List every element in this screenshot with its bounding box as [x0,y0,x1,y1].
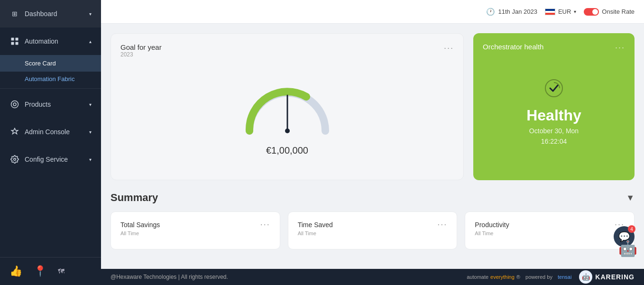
tensai-brand: automate everything ® powered by tensai [467,274,571,280]
health-card-header: Orchestrator health ··· [483,43,625,53]
sidebar-item-label: Dashboard [25,10,57,18]
products-icon [9,99,20,110]
automate-text: automate [467,274,488,280]
dashboard-icon: ⊞ [9,9,20,19]
filter-icon[interactable]: ▼ [626,193,635,203]
summary-cards: Total Savings ··· All Time Time Saved ··… [110,211,635,249]
goal-value: €1,00,000 [266,145,308,156]
time-saved-title: Time Saved [298,221,333,229]
svg-rect-3 [16,42,18,45]
gauge-chart [240,79,335,140]
productivity-title: Productivity [475,221,509,229]
svg-point-4 [11,101,18,108]
total-savings-header: Total Savings ··· [120,220,270,230]
health-card-title: Orchestrator health [483,43,543,51]
sidebar: ⊞ Dashboard ▾ Automation ▴ Score Card Au… [0,0,101,285]
chevron-down-icon: ▾ [89,102,92,107]
onsite-rate-label: Onsite Rate [602,8,635,15]
currency-selector[interactable]: EUR ▾ [545,8,576,15]
health-icon [544,79,563,102]
tensai-text: tensai [558,274,571,280]
sidebar-item-config-service[interactable]: Config Service ▾ [0,146,101,173]
time-saved-sub: All Time [298,230,448,236]
summary-header: Summary ▼ [110,192,635,204]
onsite-rate-toggle[interactable]: Onsite Rate [584,8,635,16]
clock-icon: 🕐 [486,8,495,16]
copyright-text: @Hexaware Technologies | All rights rese… [110,274,228,280]
health-card: Orchestrator health ··· Healthy October … [473,33,635,180]
sidebar-item-label: Automation [25,37,58,45]
karering-brand: 🤖 KARERING [579,270,635,284]
everything-text: everything [490,274,515,280]
time-saved-menu[interactable]: ··· [437,220,447,230]
footer-right: automate everything ® powered by tensai … [467,270,635,284]
productivity-header: Productivity ··· [475,220,625,230]
location-icon[interactable]: 📍 [34,265,46,277]
chevron-down-icon: ▾ [574,9,576,14]
powered-by-text: powered by [525,274,552,280]
topbar: 🕐 11th Jan 2023 EUR ▾ Onsite Rate [101,0,644,24]
karering-logo-icon: 🤖 [579,270,592,284]
content-area: Goal for year 2023 ··· €1, [101,24,644,269]
health-card-menu[interactable]: ··· [615,43,625,53]
total-savings-card: Total Savings ··· All Time [110,211,280,249]
sidebar-sub-automation-fabric[interactable]: Automation Fabric [0,72,101,86]
total-savings-sub: All Time [120,230,270,236]
score-card-label: Score Card [25,60,56,67]
date-text: 11th Jan 2023 [498,8,537,15]
goal-card-menu[interactable]: ··· [444,43,454,53]
sidebar-item-admin-console[interactable]: Admin Console ▾ [0,118,101,146]
automation-fabric-label: Automation Fabric [25,75,75,83]
thumbs-up-icon[interactable]: 👍 [9,265,22,277]
location-alt-icon[interactable]: 🗺 [58,267,64,275]
sidebar-item-label: Config Service [25,156,68,163]
health-date: October 30, Mon [529,127,579,135]
footer: @Hexaware Technologies | All rights rese… [101,269,644,285]
svg-rect-0 [11,38,14,41]
sidebar-item-products[interactable]: Products ▾ [0,91,101,118]
sidebar-item-label: Products [25,101,51,108]
health-time: 16:22:04 [541,138,567,145]
total-savings-title: Total Savings [120,221,160,229]
time-saved-card: Time Saved ··· All Time [288,211,458,249]
automation-icon [9,36,20,46]
summary-title: Summary [110,192,158,204]
chevron-down-icon: ▾ [89,157,92,162]
chat-badge: 4 [628,225,635,233]
goal-card-header: Goal for year 2023 ··· [120,43,454,63]
date-display: 🕐 11th Jan 2023 [486,8,537,16]
chevron-down-icon: ▾ [89,129,92,135]
productivity-sub: All Time [475,230,625,236]
config-service-icon [9,154,20,165]
chevron-down-icon: ▾ [89,11,92,17]
chevron-up-icon: ▴ [89,39,92,44]
sidebar-bottom: 👍 📍 🗺 [0,257,101,285]
svg-rect-1 [16,38,18,41]
gauge-container: €1,00,000 [120,64,454,170]
productivity-card: Productivity ··· All Time [465,211,635,249]
sidebar-item-automation[interactable]: Automation ▴ [0,28,101,55]
svg-point-8 [285,129,290,133]
currency-label: EUR [558,8,571,15]
goal-card-subtitle: 2023 [120,51,162,58]
admin-console-icon [9,127,20,137]
health-status: Healthy [526,107,581,124]
cards-row: Goal for year 2023 ··· €1, [110,33,635,180]
goal-card: Goal for year 2023 ··· €1, [110,33,464,180]
karering-label: KARERING [595,273,635,281]
svg-point-6 [14,158,16,161]
sidebar-item-dashboard[interactable]: ⊞ Dashboard ▾ [0,0,101,28]
total-savings-menu[interactable]: ··· [260,220,270,230]
toggle-switch[interactable] [584,8,599,16]
health-content: Healthy October 30, Mon 16:22:04 [483,53,625,171]
bot-widget[interactable]: 🤖 [617,239,638,268]
registered-symbol: ® [516,274,520,280]
sidebar-item-label: Admin Console [25,128,70,136]
sidebar-sub-score-card[interactable]: Score Card [0,55,101,72]
svg-point-5 [13,103,16,106]
time-saved-header: Time Saved ··· [298,220,448,230]
main-content: 🕐 11th Jan 2023 EUR ▾ Onsite Rate Goal f… [101,0,644,285]
france-flag-icon [545,9,555,15]
goal-card-title: Goal for year [120,43,162,51]
svg-rect-2 [11,42,14,45]
